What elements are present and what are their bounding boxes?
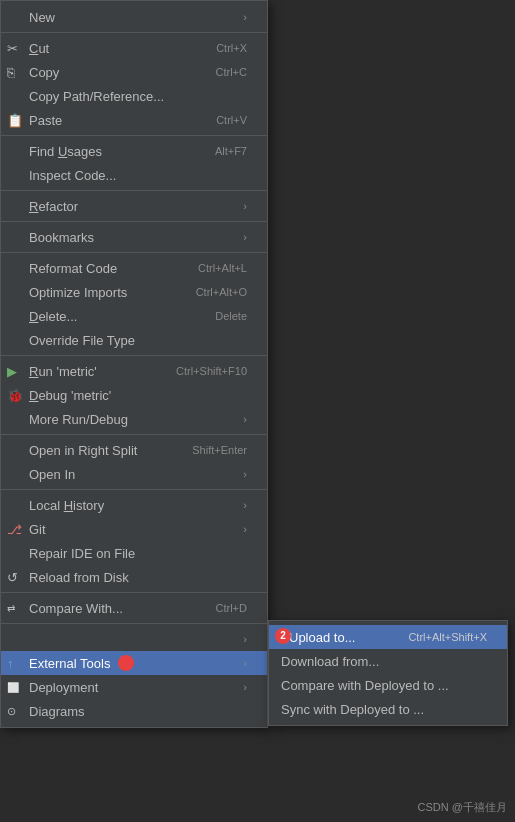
bookmarks-label: Bookmarks xyxy=(29,230,94,245)
menu-item-git[interactable]: ⎇ Git › xyxy=(1,517,267,541)
create-gist-label: Diagrams xyxy=(29,704,85,719)
open-in-arrow: › xyxy=(243,468,247,480)
debug-label: Debug 'metric' xyxy=(29,388,111,403)
separator-10 xyxy=(1,623,267,624)
local-history-arrow: › xyxy=(243,499,247,511)
paste-shortcut: Ctrl+V xyxy=(216,114,247,126)
refactor-arrow: › xyxy=(243,200,247,212)
menu-item-external-tools[interactable]: › xyxy=(1,627,267,651)
separator-1 xyxy=(1,32,267,33)
git-arrow: › xyxy=(243,523,247,535)
menu-item-reload[interactable]: ↺ Reload from Disk xyxy=(1,565,267,589)
reload-label: Reload from Disk xyxy=(29,570,129,585)
copy-shortcut: Ctrl+C xyxy=(216,66,247,78)
submenu-item-sync-deployed[interactable]: Sync with Deployed to ... xyxy=(269,697,507,721)
repair-ide-label: Repair IDE on File xyxy=(29,546,135,561)
open-in-label: Open In xyxy=(29,467,75,482)
menu-item-bookmarks[interactable]: Bookmarks › xyxy=(1,225,267,249)
git-icon: ⎇ xyxy=(7,522,22,537)
menu-item-repair-ide[interactable]: Repair IDE on File xyxy=(1,541,267,565)
refactor-label: Refactor xyxy=(29,199,78,214)
menu-item-deployment[interactable]: ↑ External Tools › xyxy=(1,651,267,675)
menu-item-new[interactable]: New › xyxy=(1,5,267,29)
git-label: Git xyxy=(29,522,46,537)
download-from-label: Download from... xyxy=(281,654,379,669)
diagrams-label: Deployment xyxy=(29,680,98,695)
compare-with-label: Compare With... xyxy=(29,601,123,616)
menu-item-debug[interactable]: 🐞 Debug 'metric' xyxy=(1,383,267,407)
context-menu: New › ✂ Cut Ctrl+X ⎘ Copy Ctrl+C Copy Pa… xyxy=(0,0,268,728)
bottom-bar-text: CSDN @千禧佳月 xyxy=(418,800,507,815)
menu-item-optimize-imports[interactable]: Optimize Imports Ctrl+Alt+O xyxy=(1,280,267,304)
sync-deployed-label: Sync with Deployed to ... xyxy=(281,702,424,717)
copy-label: Copy xyxy=(29,65,59,80)
bottom-bar: CSDN @千禧佳月 xyxy=(268,792,515,822)
more-run-label: More Run/Debug xyxy=(29,412,128,427)
separator-9 xyxy=(1,592,267,593)
menu-item-refactor[interactable]: Refactor › xyxy=(1,194,267,218)
reformat-shortcut: Ctrl+Alt+L xyxy=(198,262,247,274)
menu-item-delete[interactable]: Delete... Delete xyxy=(1,304,267,328)
deployment-badge xyxy=(118,655,134,671)
submenu-item-download-from[interactable]: Download from... xyxy=(269,649,507,673)
reload-icon: ↺ xyxy=(7,570,18,585)
menu-item-compare-with[interactable]: ⇄ Compare With... Ctrl+D xyxy=(1,596,267,620)
menu-item-inspect-code[interactable]: Inspect Code... xyxy=(1,163,267,187)
submenu-item-compare-deployed[interactable]: Compare with Deployed to ... xyxy=(269,673,507,697)
optimize-imports-label: Optimize Imports xyxy=(29,285,127,300)
find-usages-shortcut: Alt+F7 xyxy=(215,145,247,157)
run-icon: ▶ xyxy=(7,364,17,379)
deployment-icon: ↑ xyxy=(7,656,14,671)
separator-3 xyxy=(1,190,267,191)
menu-item-open-in[interactable]: Open In › xyxy=(1,462,267,486)
compare-deployed-label: Compare with Deployed to ... xyxy=(281,678,449,693)
menu-item-more-run[interactable]: More Run/Debug › xyxy=(1,407,267,431)
separator-4 xyxy=(1,221,267,222)
menu-item-local-history[interactable]: Local History › xyxy=(1,493,267,517)
diagrams-arrow: › xyxy=(243,681,247,693)
menu-item-override-file-type[interactable]: Override File Type xyxy=(1,328,267,352)
optimize-imports-shortcut: Ctrl+Alt+O xyxy=(196,286,247,298)
submenu-deployment: 2 Upload to... Ctrl+Alt+Shift+X Download… xyxy=(268,620,508,726)
open-right-split-shortcut: Shift+Enter xyxy=(192,444,247,456)
menu-item-copy-path[interactable]: Copy Path/Reference... xyxy=(1,84,267,108)
menu-item-diagrams[interactable]: ⬜ Deployment › xyxy=(1,675,267,699)
separator-5 xyxy=(1,252,267,253)
reformat-label: Reformat Code xyxy=(29,261,117,276)
menu-item-cut[interactable]: ✂ Cut Ctrl+X xyxy=(1,36,267,60)
copy-icon: ⎘ xyxy=(7,65,15,80)
delete-shortcut: Delete xyxy=(215,310,247,322)
new-label: New xyxy=(29,10,55,25)
deployment-arrow: › xyxy=(243,657,247,669)
submenu-item-upload-to[interactable]: 2 Upload to... Ctrl+Alt+Shift+X xyxy=(269,625,507,649)
separator-2 xyxy=(1,135,267,136)
menu-item-reformat[interactable]: Reformat Code Ctrl+Alt+L xyxy=(1,256,267,280)
override-file-type-label: Override File Type xyxy=(29,333,135,348)
delete-label: Delete... xyxy=(29,309,77,324)
menu-item-create-gist[interactable]: ⊙ Diagrams xyxy=(1,699,267,723)
find-usages-label: Find Usages xyxy=(29,144,102,159)
menu-item-paste[interactable]: 📋 Paste Ctrl+V xyxy=(1,108,267,132)
github-icon: ⊙ xyxy=(7,705,16,718)
external-tools-arrow: › xyxy=(243,633,247,645)
cut-label: Cut xyxy=(29,41,49,56)
run-label: Run 'metric' xyxy=(29,364,97,379)
menu-item-open-right-split[interactable]: Open in Right Split Shift+Enter xyxy=(1,438,267,462)
separator-7 xyxy=(1,434,267,435)
new-arrow: › xyxy=(243,11,247,23)
diagrams-icon: ⬜ xyxy=(7,682,19,693)
inspect-code-label: Inspect Code... xyxy=(29,168,116,183)
compare-icon: ⇄ xyxy=(7,603,15,614)
bookmarks-arrow: › xyxy=(243,231,247,243)
menu-item-copy[interactable]: ⎘ Copy Ctrl+C xyxy=(1,60,267,84)
menu-item-find-usages[interactable]: Find Usages Alt+F7 xyxy=(1,139,267,163)
separator-6 xyxy=(1,355,267,356)
separator-8 xyxy=(1,489,267,490)
menu-item-run[interactable]: ▶ Run 'metric' Ctrl+Shift+F10 xyxy=(1,359,267,383)
more-run-arrow: › xyxy=(243,413,247,425)
run-shortcut: Ctrl+Shift+F10 xyxy=(176,365,247,377)
open-right-split-label: Open in Right Split xyxy=(29,443,137,458)
copy-path-label: Copy Path/Reference... xyxy=(29,89,164,104)
cut-shortcut: Ctrl+X xyxy=(216,42,247,54)
upload-to-label: Upload to... xyxy=(289,630,356,645)
